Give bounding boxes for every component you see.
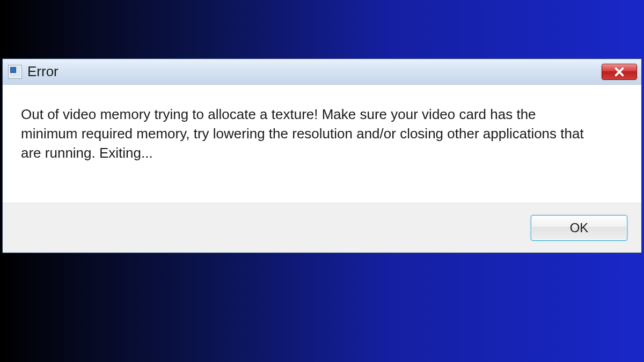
- ok-button[interactable]: OK: [531, 215, 627, 241]
- close-button[interactable]: [602, 64, 637, 80]
- dialog-body: Out of video memory trying to allocate a…: [3, 85, 641, 203]
- desktop-backdrop: Error Out of video memory trying to allo…: [0, 58, 644, 253]
- ok-button-label: OK: [570, 220, 589, 235]
- error-dialog: Error Out of video memory trying to allo…: [2, 58, 642, 253]
- close-icon: [613, 67, 625, 77]
- dialog-title: Error: [27, 63, 596, 80]
- dialog-button-row: OK: [3, 203, 641, 253]
- app-icon: [8, 65, 22, 79]
- error-message: Out of video memory trying to allocate a…: [21, 105, 590, 163]
- titlebar[interactable]: Error: [3, 59, 641, 85]
